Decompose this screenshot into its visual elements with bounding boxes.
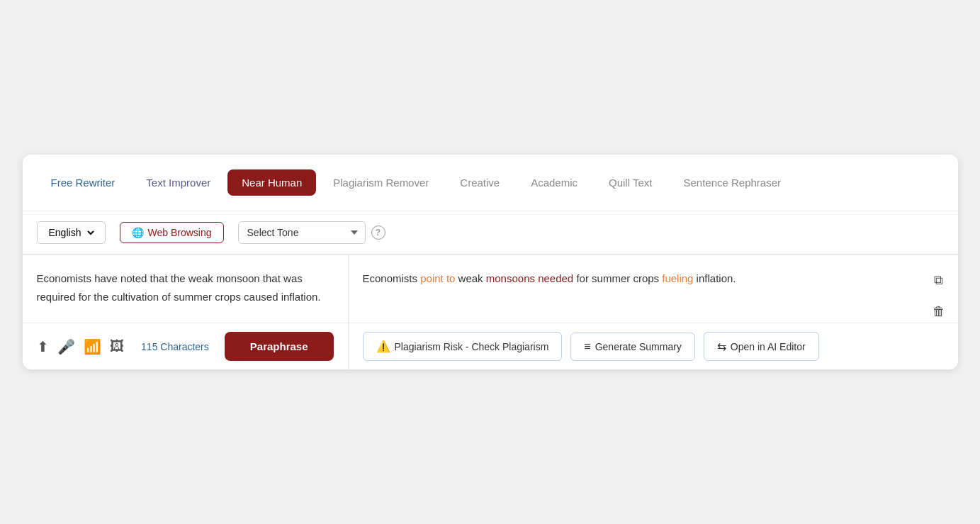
paraphrase-button[interactable]: Paraphrase: [225, 332, 334, 361]
output-bottom-row: ⚠️ Plagiarism Risk - Check Plagiarism ≡ …: [349, 323, 958, 369]
output-span3: fueling: [662, 272, 693, 284]
bottom-icons: ⬆ 🎤 📶 🖼: [37, 338, 124, 355]
tab-near-human[interactable]: Near Human: [227, 169, 316, 196]
tone-wrapper: Select Tone Formal Informal Friendly Pro…: [238, 221, 385, 244]
left-section: Economists have noted that the weak mons…: [23, 255, 349, 369]
two-pane-wrapper: Economists have noted that the weak mons…: [23, 255, 958, 369]
tab-sentence-rephraser[interactable]: Sentence Rephraser: [669, 169, 795, 196]
tab-text-improver[interactable]: Text Improver: [132, 169, 225, 196]
side-icons: ⧉ 🗑 ⬇: [928, 269, 958, 323]
copy-icon[interactable]: ⧉: [928, 269, 950, 291]
output-suffix: inflation.: [693, 272, 736, 284]
lines-icon: ≡: [584, 340, 590, 353]
output-prefix: Economists: [363, 272, 421, 284]
tone-dropdown[interactable]: Select Tone Formal Informal Friendly Pro…: [238, 221, 366, 244]
open-ai-editor-label: Open in AI Editor: [731, 341, 806, 352]
language-selector[interactable]: English Spanish French German: [37, 221, 106, 244]
plagiarism-check-button[interactable]: ⚠️ Plagiarism Risk - Check Plagiarism: [363, 332, 563, 361]
language-dropdown[interactable]: English Spanish French German: [46, 226, 96, 239]
input-pane: Economists have noted that the weak mons…: [23, 255, 349, 323]
output-pane: ⧉ 🗑 ⬇ Economists point to weak monsoons …: [349, 255, 958, 323]
tab-academic[interactable]: Academic: [517, 169, 592, 196]
output-span2: monsoons needed: [486, 272, 573, 284]
tab-creative[interactable]: Creative: [446, 169, 514, 196]
warning-icon: ⚠️: [376, 340, 390, 353]
char-label: Characters: [160, 341, 208, 352]
open-ai-editor-button[interactable]: ⇆ Open in AI Editor: [704, 332, 819, 361]
web-browsing-label: Web Browsing: [148, 227, 212, 238]
char-number: 115: [141, 341, 157, 352]
char-count: 115 Characters: [141, 341, 209, 352]
bottom-bar: ⬆ 🎤 📶 🖼 115 Characters Paraphrase: [23, 323, 348, 369]
image-icon[interactable]: 🖼: [110, 338, 124, 355]
right-section: ⧉ 🗑 ⬇ Economists point to weak monsoons …: [349, 255, 958, 369]
output-text: Economists point to weak monsoons needed…: [363, 269, 944, 288]
generate-summary-label: Generate Summary: [595, 341, 682, 352]
upload-icon[interactable]: ⬆: [37, 338, 49, 355]
generate-summary-button[interactable]: ≡ Generate Summary: [570, 333, 695, 361]
output-span1: point to: [420, 272, 455, 284]
trash-icon[interactable]: 🗑: [928, 301, 950, 322]
input-textarea[interactable]: Economists have noted that the weak mons…: [37, 269, 334, 308]
waveform-icon[interactable]: 📶: [84, 338, 101, 355]
tab-plagiarism-remover[interactable]: Plagiarism Remover: [319, 169, 443, 196]
tab-quill-text[interactable]: Quill Text: [595, 169, 666, 196]
plagiarism-check-label: Plagiarism Risk - Check Plagiarism: [395, 341, 549, 352]
globe-icon: 🌐: [132, 227, 144, 238]
web-browsing-button[interactable]: 🌐 Web Browsing: [120, 222, 224, 243]
arrows-icon: ⇆: [717, 340, 726, 353]
mic-icon[interactable]: 🎤: [57, 338, 75, 355]
main-card: Free Rewriter Text Improver Near Human P…: [23, 155, 958, 369]
tab-free-rewriter[interactable]: Free Rewriter: [37, 169, 130, 196]
output-middle2: for summer crops: [573, 272, 662, 284]
output-middle1: weak: [455, 272, 485, 284]
help-icon[interactable]: ?: [371, 225, 385, 240]
tab-bar: Free Rewriter Text Improver Near Human P…: [23, 155, 958, 211]
controls-row: English Spanish French German 🌐 Web Brow…: [23, 211, 958, 255]
